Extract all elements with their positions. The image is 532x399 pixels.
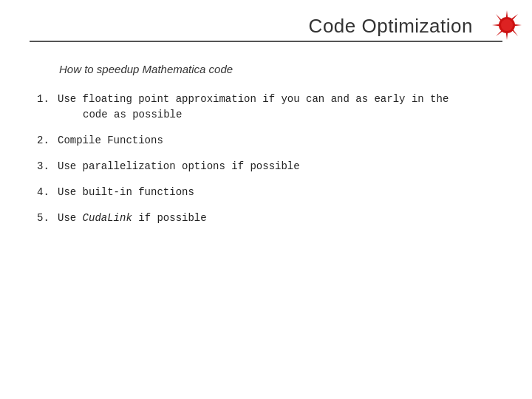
item-number: 5. [37,211,58,226]
list-item-row: 2. Compile Functions [37,133,502,149]
svg-point-9 [501,19,513,31]
header-section: Code Optimization [30,15,502,55]
item-number: 1. [37,92,58,107]
item-text: Use built-in functions [58,185,194,200]
item-text: Compile Functions [58,133,163,149]
title-area: Code Optimization [30,15,502,41]
item-text: Use floating point approximation if you … [58,92,449,107]
list-item: 3. Use parallelization options if possib… [37,159,502,174]
item-number: 3. [37,159,58,174]
page-container: Code Optimization How to speedup Mathema… [0,0,532,399]
list-item-row: 3. Use parallelization options if possib… [37,159,502,174]
subtitle: How to speedup Mathematica code [30,63,502,75]
item-text: Use CudaLink if possible [58,211,207,226]
list-item: 4. Use built-in functions [37,185,502,200]
list-item-row: 1. Use floating point approximation if y… [37,92,502,107]
title-divider [30,41,502,42]
page-title: Code Optimization [309,15,473,38]
list-item: 1. Use floating point approximation if y… [37,92,502,123]
list-item-row: 4. Use built-in functions [37,185,502,200]
list-item: 2. Compile Functions [37,133,502,149]
list-item: 5. Use CudaLink if possible [37,211,502,226]
list-item-row: 5. Use CudaLink if possible [37,211,502,226]
content-list: 1. Use floating point approximation if y… [30,92,502,226]
star-decoration-icon [491,9,523,45]
italic-text: CudaLink [83,212,132,224]
item-number: 4. [37,185,58,200]
item-continuation: code as possible [37,107,502,123]
item-number: 2. [37,133,58,149]
item-text: Use parallelization options if possible [58,159,300,174]
